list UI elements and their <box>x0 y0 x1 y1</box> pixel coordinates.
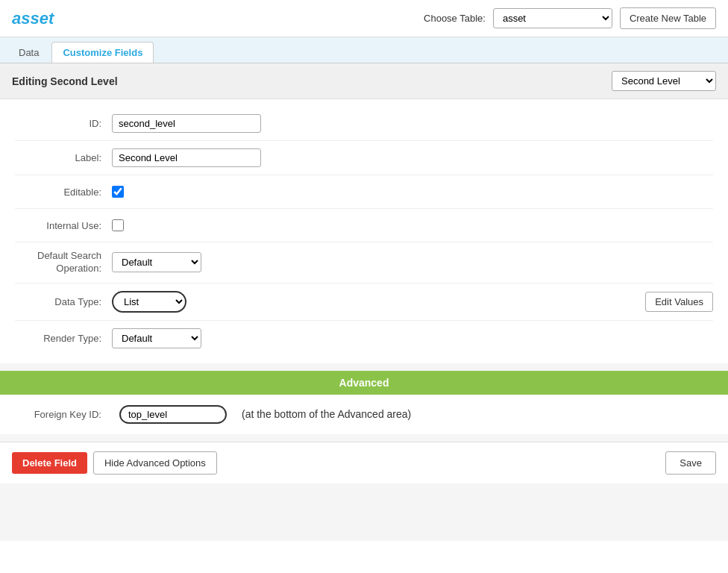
label-label: Label: <box>15 152 112 163</box>
choose-table-label: Choose Table: <box>424 13 486 24</box>
foreign-key-id-label: Foreign Key ID: <box>15 409 112 420</box>
data-type-select[interactable]: List Text Number Date Boolean <box>112 291 186 313</box>
app-title: asset <box>12 9 54 28</box>
header-right: Choose Table: asset location person cont… <box>424 7 716 29</box>
foreign-key-hint: (at the bottom of the Advanced area) <box>242 408 411 420</box>
label-input[interactable] <box>112 148 261 167</box>
save-button[interactable]: Save <box>665 451 716 475</box>
foreign-key-input[interactable] <box>128 409 218 420</box>
data-type-left: Data Type: List Text Number Date Boolean <box>15 291 186 313</box>
render-type-select[interactable]: Default Checkbox Radio Dropdown <box>112 328 201 348</box>
render-type-row: Render Type: Default Checkbox Radio Drop… <box>0 321 728 356</box>
level-select[interactable]: Second Level Top Level Category <box>612 71 716 91</box>
footer-bar: Delete Field Hide Advanced Options Save <box>0 442 728 483</box>
tabs-bar: Data Customize Fields <box>0 37 728 63</box>
editable-checkbox[interactable] <box>112 186 124 198</box>
default-search-row: Default SearchOperation: Default Contain… <box>0 242 728 283</box>
advanced-header: Advanced <box>0 371 728 395</box>
tab-customize-fields[interactable]: Customize Fields <box>51 42 154 63</box>
internal-use-checkbox[interactable] <box>112 219 124 231</box>
table-select[interactable]: asset location person contract <box>493 8 612 28</box>
label-row: Label: <box>0 141 728 175</box>
foreign-key-row: Foreign Key ID: (at the bottom of the Ad… <box>0 395 728 434</box>
form-area: ID: Label: Editable: Internal Use: Defau… <box>0 99 728 363</box>
data-type-label: Data Type: <box>15 296 112 307</box>
section-title: Editing Second Level <box>12 75 118 87</box>
id-input[interactable] <box>112 114 261 133</box>
data-type-row: Data Type: List Text Number Date Boolean… <box>0 284 728 320</box>
id-row: ID: <box>0 107 728 140</box>
default-search-label: Default SearchOperation: <box>15 250 112 275</box>
header: asset Choose Table: asset location perso… <box>0 0 728 37</box>
render-type-label: Render Type: <box>15 333 112 344</box>
tab-data[interactable]: Data <box>7 42 50 63</box>
internal-use-label: Internal Use: <box>15 220 112 231</box>
edit-values-button[interactable]: Edit Values <box>645 292 713 312</box>
internal-use-row: Internal Use: <box>0 209 728 242</box>
create-table-button[interactable]: Create New Table <box>620 7 716 29</box>
section-header: Editing Second Level Second Level Top Le… <box>0 63 728 99</box>
main-content: Editing Second Level Second Level Top Le… <box>0 63 728 541</box>
delete-field-button[interactable]: Delete Field <box>12 452 87 474</box>
hide-advanced-button[interactable]: Hide Advanced Options <box>93 451 217 475</box>
foreign-key-input-wrapper <box>119 405 227 424</box>
id-label: ID: <box>15 118 112 129</box>
footer-left: Delete Field Hide Advanced Options <box>12 451 217 475</box>
editable-row: Editable: <box>0 175 728 208</box>
default-search-select[interactable]: Default Contains Equals Starts With <box>112 252 201 272</box>
editable-label: Editable: <box>15 187 112 198</box>
